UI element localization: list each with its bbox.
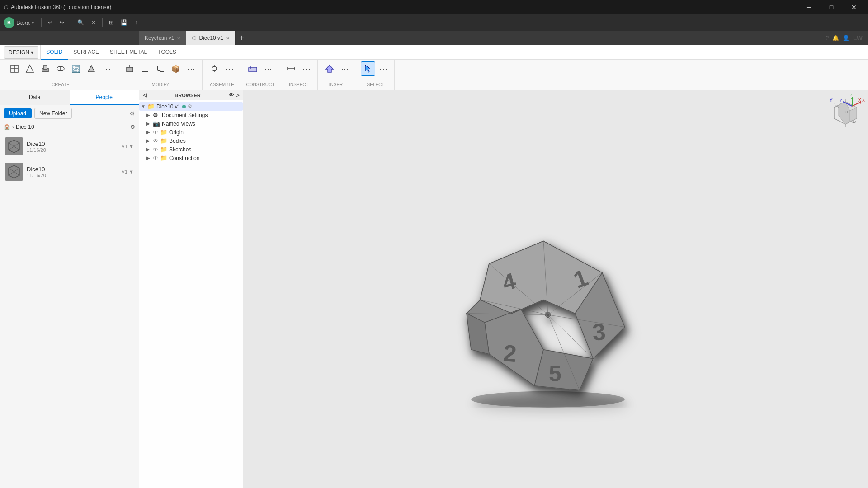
tools-tab[interactable]: TOOLS (152, 45, 181, 60)
canvas-area[interactable]: ◁ BROWSER 👁 ▷ ▼ 📁 Dice10 v1 ⚙ (139, 90, 868, 488)
select-btn[interactable] (361, 61, 375, 76)
redo-button[interactable]: ↪ (57, 18, 67, 28)
file-info-2: Dice10 11/16/20 (27, 166, 122, 178)
file-date-1: 11/16/20 (27, 147, 122, 153)
new-folder-button[interactable]: New Folder (34, 108, 72, 119)
file-version-2[interactable]: V1 ▼ (122, 169, 134, 174)
panel-settings-button[interactable]: ⚙ (129, 110, 135, 117)
tab-bar-right: ? 🔔 👤 LW (826, 34, 868, 42)
surface-tab[interactable]: SURFACE (68, 45, 104, 60)
breadcrumb-separator: › (12, 124, 14, 130)
tree-bodies[interactable]: ▶ 👁 📁 Bodies (139, 136, 243, 145)
modify-group: 📦 ⋯ MODIFY (119, 60, 203, 90)
account-icon[interactable]: 👤 (843, 35, 849, 41)
file-thumb-1 (5, 137, 23, 155)
model-container: 1 3 5 2 4 (444, 219, 643, 410)
browser-panel: ◁ BROWSER 👁 ▷ ▼ 📁 Dice10 v1 ⚙ (139, 90, 243, 488)
sheet-metal-tab[interactable]: SHEET METAL (104, 45, 152, 60)
maximize-button[interactable]: □ (821, 0, 842, 14)
new-component-btn[interactable] (7, 61, 22, 76)
close-button[interactable]: ✕ (844, 0, 864, 14)
fillet-btn[interactable] (138, 61, 152, 76)
doc-settings-label: Document Settings (162, 112, 208, 118)
undo-button[interactable]: ↩ (45, 18, 55, 28)
browser-collapse-right[interactable]: ▷ (236, 92, 239, 98)
tab-keychain-close[interactable]: ✕ (177, 36, 180, 41)
tree-sketches[interactable]: ▶ 👁 📁 Sketches (139, 145, 243, 154)
more-select-btn[interactable]: ⋯ (376, 61, 391, 76)
offset-plane-btn[interactable] (245, 61, 260, 76)
new-tab-button[interactable]: + (236, 32, 248, 44)
tab-dice10-close[interactable]: ✕ (226, 36, 230, 41)
create-sketch-btn[interactable] (23, 61, 37, 76)
more-insert-btn[interactable]: ⋯ (338, 61, 352, 76)
minimize-button[interactable]: ─ (798, 0, 819, 14)
file-name-1: Dice10 (27, 141, 122, 147)
browser-eye-icon[interactable]: 👁 (229, 92, 234, 98)
close-search-button[interactable]: ✕ (89, 18, 99, 28)
select-btns: ⋯ (361, 61, 391, 76)
loft-btn[interactable] (84, 61, 99, 76)
inspect-group: ⋯ INSPECT (280, 60, 318, 90)
action-bar: Upload New Folder ⚙ (0, 105, 139, 122)
doc-settings-icon: ⚙ (153, 112, 160, 118)
browser-tree: ▼ 📁 Dice10 v1 ⚙ ▶ ⚙ Document Settings ▶ … (139, 100, 243, 164)
joint-btn[interactable] (207, 61, 222, 76)
share-button[interactable]: ↑ (132, 18, 140, 28)
breadcrumb-home[interactable]: 🏠 (4, 124, 10, 130)
grid-view-button[interactable]: ⊞ (106, 18, 116, 28)
design-mode-button[interactable]: DESIGN ▾ (4, 46, 38, 59)
file-item-1[interactable]: Dice10 11/16/20 V1 ▼ (2, 134, 137, 159)
separator-3 (102, 18, 103, 27)
svg-rect-12 (249, 67, 257, 72)
origin-arrow: ▶ (146, 130, 153, 135)
bodies-eye[interactable]: 👁 (153, 138, 158, 144)
browser-collapse-left[interactable]: ◁ (143, 92, 146, 98)
browser-header: ◁ BROWSER 👁 ▷ (139, 90, 243, 100)
breadcrumb-settings[interactable]: ⚙ (130, 124, 135, 130)
data-people-tabs: Data People (0, 90, 139, 105)
notification-icon[interactable]: 🔔 (832, 35, 839, 41)
insert-mesh-btn[interactable] (322, 61, 337, 76)
sketches-eye[interactable]: 👁 (153, 146, 158, 153)
more-create-btn[interactable]: ⋯ (99, 61, 114, 76)
sweep-btn[interactable]: 🔄 (69, 61, 83, 76)
dice-3d-model: 1 3 5 2 4 (444, 219, 643, 408)
tree-origin[interactable]: ▶ 👁 📁 Origin (139, 128, 243, 136)
construct-group: ⋯ CONSTRUCT (242, 60, 279, 90)
sketches-icon: 📁 (160, 146, 167, 153)
more-modify-btn[interactable]: ⋯ (184, 61, 198, 76)
question-icon[interactable]: ? (826, 35, 829, 41)
solid-tab[interactable]: SOLID (41, 45, 68, 60)
more-construct-btn[interactable]: ⋯ (261, 61, 275, 76)
upload-button[interactable]: Upload (4, 108, 32, 118)
origin-eye[interactable]: 👁 (153, 129, 158, 136)
shell-btn[interactable]: 📦 (169, 61, 183, 76)
root-settings[interactable]: ⚙ (188, 103, 192, 109)
file-item-2[interactable]: Dice10 11/16/20 V1 ▼ (2, 160, 137, 184)
measure-btn[interactable] (284, 61, 298, 76)
search-button[interactable]: 🔍 (75, 18, 87, 28)
people-tab[interactable]: People (70, 90, 139, 105)
data-tab[interactable]: Data (0, 90, 70, 105)
more-assemble-btn[interactable]: ⋯ (222, 61, 237, 76)
svg-text:X: X (862, 98, 865, 103)
tab-keychain[interactable]: Keychain v1 ✕ (139, 31, 186, 45)
more-inspect-btn[interactable]: ⋯ (299, 61, 314, 76)
press-pull-btn[interactable] (123, 61, 137, 76)
tool-area: 🔄 ⋯ CREATE 📦 ⋯ MODIFY (0, 60, 868, 90)
chamfer-btn[interactable] (153, 61, 168, 76)
extrude-btn[interactable] (38, 61, 52, 76)
tree-named-views[interactable]: ▶ 📷 Named Views (139, 119, 243, 128)
title-bar: ⬡ Autodesk Fusion 360 (Education License… (0, 0, 868, 14)
assemble-btns: ⋯ (207, 61, 237, 76)
tree-construction[interactable]: ▶ 👁 📁 Construction (139, 154, 243, 162)
file-version-1[interactable]: V1 ▼ (122, 144, 134, 149)
construction-eye[interactable]: 👁 (153, 155, 158, 161)
revolve-btn[interactable] (53, 61, 68, 76)
save-button[interactable]: 💾 (118, 18, 130, 28)
tree-doc-settings[interactable]: ▶ ⚙ Document Settings (139, 111, 243, 119)
tab-dice10[interactable]: ⬡ Dice10 v1 ✕ (186, 31, 235, 45)
tree-root[interactable]: ▼ 📁 Dice10 v1 ⚙ (139, 102, 243, 111)
tab-dice10-label: Dice10 v1 (199, 35, 223, 41)
